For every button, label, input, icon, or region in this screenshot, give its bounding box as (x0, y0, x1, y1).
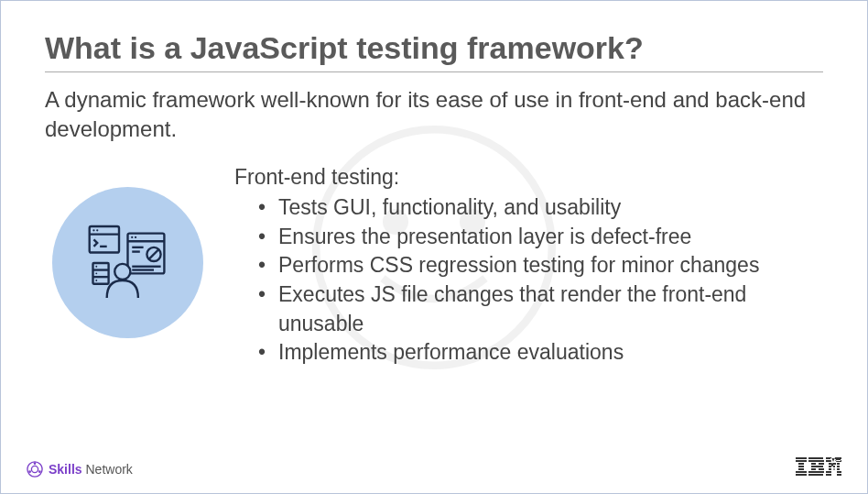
footer-network-text: Network (85, 462, 132, 477)
svg-point-27 (34, 462, 37, 465)
svg-point-5 (92, 229, 94, 231)
list-block: Front-end testing: Tests GUI, functional… (234, 165, 823, 368)
svg-rect-34 (798, 468, 804, 470)
svg-point-6 (96, 229, 98, 231)
list-item: Tests GUI, functionality, and usability (258, 193, 823, 223)
svg-rect-35 (796, 471, 807, 473)
slide-title: What is a JavaScript testing framework? (45, 30, 823, 72)
slide: What is a JavaScript testing framework? … (1, 1, 867, 493)
svg-point-23 (95, 280, 97, 281)
svg-rect-30 (796, 457, 807, 459)
svg-rect-32 (798, 463, 804, 465)
content-row: Front-end testing: Tests GUI, functional… (45, 165, 823, 368)
ibm-logo (796, 457, 841, 480)
bullet-list: Tests GUI, functionality, and usability … (234, 193, 823, 368)
svg-point-28 (38, 470, 41, 473)
svg-point-21 (95, 266, 97, 268)
svg-point-10 (131, 236, 133, 238)
svg-point-26 (31, 466, 38, 472)
footer-skills-text: Skills (49, 462, 82, 477)
list-item: Performs CSS regression testing for mino… (258, 251, 823, 280)
svg-point-24 (114, 264, 130, 280)
list-item: Executes JS file changes that render the… (258, 280, 823, 338)
svg-rect-18 (93, 263, 109, 284)
slide-subtitle: A dynamic framework well-known for its e… (45, 85, 823, 145)
svg-point-22 (95, 273, 97, 275)
list-item: Implements performance evaluations (258, 338, 823, 368)
svg-point-29 (28, 470, 31, 473)
svg-point-11 (135, 236, 136, 238)
svg-rect-36 (796, 474, 807, 476)
list-item: Ensures the presentation layer is defect… (258, 223, 823, 252)
list-title: Front-end testing: (234, 165, 823, 190)
testing-icon (52, 187, 203, 338)
footer: Skills Network (1, 457, 867, 480)
svg-rect-33 (798, 466, 804, 467)
svg-rect-31 (796, 460, 807, 462)
skills-network-logo: Skills Network (27, 461, 133, 478)
sn-badge-icon (27, 461, 43, 478)
